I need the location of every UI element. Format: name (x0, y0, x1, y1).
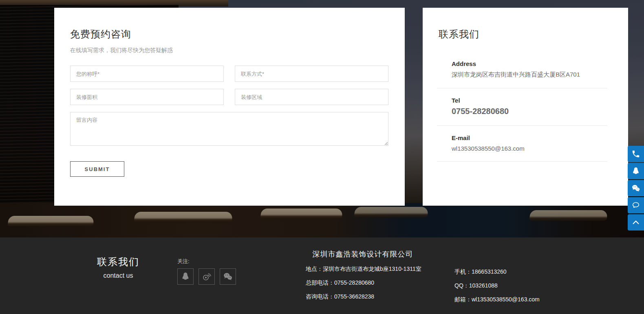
floating-toolbar (628, 146, 644, 231)
email-value: wl13530538550@163.com (452, 145, 607, 152)
company-name: 深圳市鑫浩装饰设计有限公司 (306, 249, 420, 259)
weibo-social-button[interactable] (198, 268, 215, 285)
booking-subtitle: 在线填写需求，我们将尽快为您答疑解惑 (70, 47, 388, 54)
contact-list: Address 深圳市龙岗区布吉街道中兴路百盛大厦B区A701 Tel 0755… (437, 52, 607, 162)
footer-follow: 关注: (177, 258, 236, 285)
page: 免费预约咨询 在线填写需求，我们将尽快为您答疑解惑 SUBMIT 联系我们 Ad… (0, 0, 644, 314)
qq-icon (631, 167, 640, 176)
footer-email-line: 邮箱：wl13530538550@163.com (454, 296, 540, 303)
booking-title: 免费预约咨询 (70, 8, 388, 41)
phone-icon (631, 149, 640, 158)
follow-label: 关注: (177, 258, 236, 265)
wechat-icon (631, 184, 640, 193)
contact-title: 联系我们 (423, 8, 628, 41)
social-links (177, 268, 236, 285)
footer-company-info: 深圳市鑫浩装饰设计有限公司 地点：深圳市布吉街道布龙城b座1310-1311室 … (306, 249, 420, 301)
footer-address-line: 地点：深圳市布吉街道布龙城b座1310-1311室 (306, 266, 420, 273)
booking-form-grid (70, 66, 388, 105)
footer-qq-line: QQ：103261088 (454, 282, 540, 290)
submit-button[interactable]: SUBMIT (70, 161, 124, 177)
area-field[interactable] (70, 89, 224, 105)
footer-contact-heading: 联系我们 contact us (97, 255, 139, 279)
contact-tel-item: Tel 0755-28280680 (437, 88, 607, 126)
contact-card: 联系我们 Address 深圳市龙岗区布吉街道中兴路百盛大厦B区A701 Tel… (423, 8, 628, 206)
contact-address-item: Address 深圳市龙岗区布吉街道中兴路百盛大厦B区A701 (437, 52, 607, 88)
wechat-button[interactable] (628, 180, 644, 196)
footer-contact-details: 手机：18665313260 QQ：103261088 邮箱：wl1353053… (454, 268, 540, 303)
qq-social-button[interactable] (177, 268, 194, 285)
message-button[interactable] (628, 197, 644, 213)
footer-mobile-line: 手机：18665313260 (454, 268, 540, 276)
footer-consult-phone-line: 咨询电话：0755-36628238 (306, 293, 420, 301)
booking-form: SUBMIT (70, 66, 388, 177)
address-label: Address (452, 60, 607, 67)
contact-field[interactable] (235, 66, 388, 82)
footer-heading-cn: 联系我们 (97, 255, 139, 268)
name-field[interactable] (70, 66, 224, 82)
message-field[interactable] (70, 112, 388, 146)
address-value: 深圳市龙岗区布吉街道中兴路百盛大厦B区A701 (452, 71, 607, 79)
weibo-icon (202, 272, 212, 281)
message-icon (631, 201, 640, 210)
booking-card: 免费预约咨询 在线填写需求，我们将尽快为您答疑解惑 SUBMIT (54, 8, 405, 206)
region-field[interactable] (235, 89, 388, 105)
tel-label: Tel (452, 97, 607, 104)
footer-hq-phone-line: 总部电话：0755-28280680 (306, 279, 420, 287)
wechat-icon (223, 272, 233, 281)
contact-email-item: E-mail wl13530538550@163.com (437, 126, 607, 162)
qq-button[interactable] (628, 163, 644, 179)
wechat-social-button[interactable] (220, 268, 236, 285)
email-label: E-mail (452, 134, 607, 141)
back-to-top-icon (631, 218, 640, 227)
phone-button[interactable] (628, 146, 644, 162)
tel-value: 0755-28280680 (452, 107, 607, 116)
back-to-top-button[interactable] (628, 214, 644, 231)
footer-heading-en: contact us (97, 272, 139, 279)
footer: 联系我们 contact us 关注: (0, 237, 644, 314)
qq-icon (181, 272, 190, 281)
